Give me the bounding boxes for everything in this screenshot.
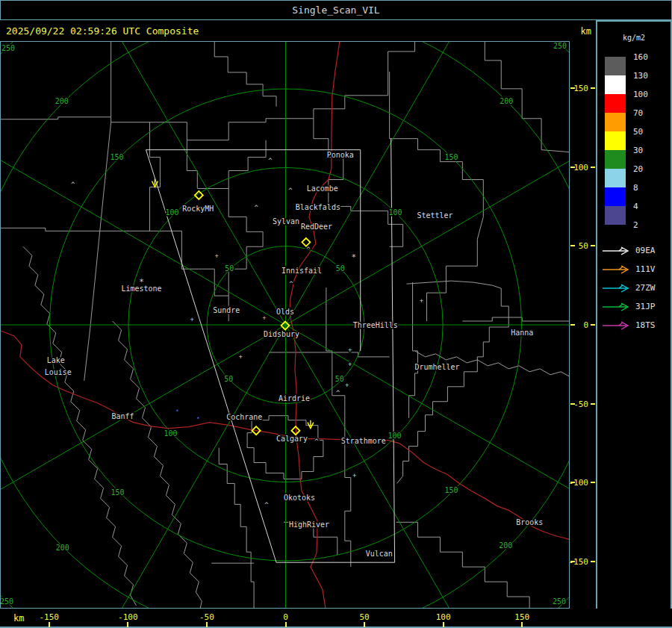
track-row: 27ZW [602,279,671,297]
storm-motion-arrow-icon [308,420,314,429]
right-axis-tick-mark-outer [591,245,595,246]
track-id-label: 09EA [635,246,656,255]
city-label: Sylvan [273,217,299,226]
scale-swatch [605,169,626,187]
town-plus-marker: + [352,472,357,479]
town-caret-marker: ^ [268,157,273,164]
county-boundary-line [345,407,351,567]
right-axis-tick-mark-outer [591,87,595,89]
county-boundary-line [149,122,160,231]
bottom-axis-tick-label: 0 [283,613,288,621]
town-asterisk-marker: * [139,277,144,287]
ring-label: 250 [1,44,15,52]
right-distance-axis: 150100500-50-100-150 [570,41,596,609]
ring-label: 150 [444,153,458,161]
town-caret-marker: ^ [254,204,258,211]
right-axis-tick-label: -50 [573,400,588,408]
right-axis-tick-label: 50 [579,242,588,250]
radial-line [285,42,488,325]
bottom-axis-tick-mark [206,622,208,627]
town-caret-marker: ^ [314,438,319,445]
right-axis-tick-mark-inner [570,245,575,246]
track-row: 31JP [602,297,671,316]
city-label: Louise [45,368,72,376]
city-label: Blackfalds [296,203,340,211]
legend-unit-label: kg/m2 [597,34,671,42]
right-axis-tick-mark-inner [570,482,575,483]
city-label: RedDeer [301,223,332,231]
right-axis-tick-mark-outer [591,167,595,168]
vil-color-scale: 16013010070503020842 [605,57,669,225]
scale-swatch [605,187,626,206]
bottom-axis-tick-mark [127,622,128,627]
bottom-axis-tick-mark [285,622,287,627]
scale-tick-value: 130 [633,72,648,80]
track-row: 111V [602,260,671,279]
right-axis-tick-mark-inner [570,324,575,326]
city-label: Ponoka [327,151,354,159]
blue-dot-marker [197,417,199,419]
right-axis-tick-mark-outer [591,324,595,326]
city-label: Stettler [417,211,452,220]
window-title: Single_Scan_VIL [292,4,379,16]
town-plus-marker: + [262,314,267,322]
scale-swatch [605,113,626,131]
right-axis-tick-mark-inner [570,561,575,562]
radial-line [83,325,286,608]
county-boundary-line [219,448,254,608]
town-plus-marker: + [420,297,424,305]
city-label: Vulcan [366,550,393,558]
legend-panel: kg/m2 16013010070503020842 09EA111V27ZW3… [596,20,672,628]
bottom-axis-unit-label: km [13,613,24,624]
ring-label: 200 [56,544,69,552]
track-arrow-icon [602,246,630,255]
county-boundary-line [485,42,569,152]
right-axis-tick-mark-inner [570,167,575,168]
track-id-label: 27ZW [635,283,656,293]
survey-outline-line [146,139,394,563]
radar-map[interactable]: 5050505010010010010015015015015020020020… [0,41,570,609]
city-label: Lacombe [307,184,338,193]
right-axis-tick-mark-outer [591,403,595,405]
city-label: Didsbury [264,330,299,338]
bottom-distance-axis: km -150-100-50050100150 [0,609,672,628]
ring-label: 150 [111,153,124,161]
bottom-axis-tick-label: -50 [199,613,214,621]
city-label: Lake [47,356,65,364]
right-axis-unit-label: km [567,26,591,37]
city-label: ThreeHills [353,321,398,329]
town-plus-marker: + [238,353,243,361]
bottom-axis-tick-mark [521,622,523,627]
city-label: Drumheller [414,363,459,371]
bottom-axis-tick-label: -100 [118,613,138,621]
scale-tick-value: 8 [633,184,638,192]
town-plus-marker: + [345,382,349,389]
town-caret-marker: ^ [336,389,340,397]
ring-label: 100 [164,429,177,438]
scale-tick-value: 50 [633,128,643,136]
storm-cell-diamond-icon [302,238,310,246]
radar-map-canvas[interactable]: 5050505010010010010015015015015020020020… [1,42,569,608]
track-id-label: 111V [635,264,656,274]
ring-label: 250 [1,597,13,606]
right-axis-tick-mark-inner [570,87,575,89]
scan-timestamp: 2025/09/22 02:59:26 UTC Composite [6,25,199,37]
scale-swatch [605,150,626,169]
scale-swatch [605,57,626,75]
city-label: Brooks [516,518,543,526]
town-plus-marker: + [190,316,195,323]
right-axis-tick-mark-inner [570,403,575,405]
bottom-axis-tick-label: 50 [359,613,369,621]
ring-label: 150 [444,486,458,494]
track-id-label: 18TS [635,320,656,330]
scale-swatch [605,206,626,225]
radial-line [1,122,285,325]
ring-label: 100 [165,208,178,217]
track-arrow-icon [602,284,630,293]
radial-line [1,325,285,528]
city-label: Okotoks [284,494,315,502]
county-boundary-line [84,122,111,381]
right-axis-tick-label: 150 [573,84,588,93]
town-caret-marker: ^ [71,181,75,188]
scale-tick-value: 2 [633,221,638,229]
